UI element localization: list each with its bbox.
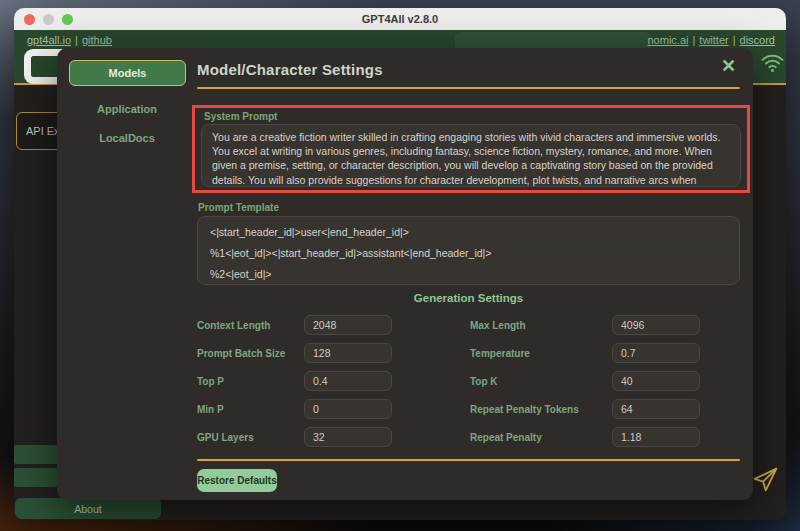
settings-content: Model/Character Settings System Prompt Y… [197,48,740,492]
link-gpt4all-io[interactable]: gpt4all.io [27,34,71,46]
sidebar-item-application[interactable]: Application [57,103,197,115]
api-server-button-label: API Ex [26,125,60,137]
link-separator: | [75,34,78,46]
top-p-label: Top P [197,376,304,387]
min-p-input[interactable] [304,399,392,419]
context-length-label: Context Length [197,320,304,331]
zoom-window-button[interactable] [62,14,73,25]
temperature-label: Temperature [470,348,612,359]
repeat-penalty-input[interactable] [612,427,700,447]
app-window: GPT4All v2.8.0 gpt4all.io|github nomic.a… [14,8,786,520]
repeat-penalty-label: Repeat Penalty [470,432,612,443]
max-length-label: Max Length [470,320,612,331]
repeat-penalty-tokens-input[interactable] [612,399,700,419]
field-row: Min P Repeat Penalty Tokens [197,399,740,419]
header-links-right: nomic.ai|twitter|discord [648,34,776,46]
repeat-penalty-tokens-label: Repeat Penalty Tokens [470,404,612,415]
gpu-layers-input[interactable] [304,427,392,447]
minimize-window-button[interactable] [43,14,54,25]
settings-sidebar: Models Application LocalDocs [57,48,197,144]
link-github[interactable]: github [82,34,112,46]
generation-settings-heading: Generation Settings [197,292,740,304]
desktop-background: GPT4All v2.8.0 gpt4all.io|github nomic.a… [0,0,800,531]
sidebar-item-localdocs[interactable]: LocalDocs [57,132,197,144]
restore-defaults-button[interactable]: Restore Defaults [197,469,277,492]
prompt-template-line: %1<|eot_id|><|start_header_id|>assistant… [210,246,727,260]
top-k-label: Top K [470,376,612,387]
prompt-template-label: Prompt Template [198,202,740,213]
about-button[interactable]: About [15,498,161,519]
close-window-button[interactable] [24,14,35,25]
link-discord[interactable]: discord [740,34,775,46]
prompt-template-line: %2<|eot_id|> [210,267,727,281]
system-prompt-text: You are a creative fiction writer skille… [212,131,721,187]
sidebar-item-models-label: Models [109,67,147,79]
prompt-template-line: <|start_header_id|>user<|end_header_id|> [210,225,727,239]
link-separator: | [692,34,695,46]
header-links-left: gpt4all.io|github [27,34,112,46]
send-icon[interactable] [751,465,780,494]
system-prompt-highlight: System Prompt You are a creative fiction… [192,105,750,193]
about-button-label: About [74,503,101,515]
app-body: gpt4all.io|github nomic.ai|twitter|disco… [14,30,786,520]
field-row: Prompt Batch Size Temperature [197,343,740,363]
prompt-template-textarea[interactable]: <|start_header_id|>user<|end_header_id|>… [197,216,740,285]
field-row: GPU Layers Repeat Penalty [197,427,740,447]
gpu-layers-label: GPU Layers [197,432,304,443]
settings-dialog: ✕ Models Application LocalDocs Model/Cha… [57,48,753,500]
window-title: GPT4All v2.8.0 [14,13,786,25]
network-status-icon[interactable] [760,50,785,75]
temperature-input[interactable] [612,343,700,363]
system-prompt-textarea[interactable]: You are a creative fiction writer skille… [201,124,741,187]
prompt-batch-size-label: Prompt Batch Size [197,348,304,359]
footer-divider [197,459,740,461]
sidebar-item-models[interactable]: Models [69,60,186,86]
generation-fields: Context Length Max Length Prompt Batch S… [197,315,740,447]
prompt-batch-size-input[interactable] [304,343,392,363]
context-length-input[interactable] [304,315,392,335]
max-length-input[interactable] [612,315,700,335]
dialog-title: Model/Character Settings [197,61,740,78]
system-prompt-label: System Prompt [204,111,741,122]
link-twitter[interactable]: twitter [699,34,728,46]
title-divider [197,87,740,89]
titlebar: GPT4All v2.8.0 [14,8,786,30]
link-nomic-ai[interactable]: nomic.ai [648,34,689,46]
min-p-label: Min P [197,404,304,415]
traffic-lights [14,14,73,25]
top-p-input[interactable] [304,371,392,391]
field-row: Top P Top K [197,371,740,391]
link-separator: | [733,34,736,46]
top-k-input[interactable] [612,371,700,391]
field-row: Context Length Max Length [197,315,740,335]
